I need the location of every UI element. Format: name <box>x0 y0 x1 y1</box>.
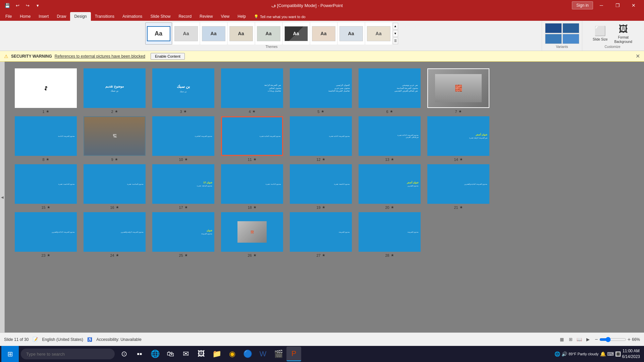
enable-content-button[interactable]: Enable Content <box>151 53 185 60</box>
slide-item-25[interactable]: عنوان محتوى الشريحة ★ 25 <box>152 212 214 257</box>
tab-review[interactable]: Review <box>196 12 217 21</box>
tray-network[interactable]: 🌐 <box>554 351 560 357</box>
slide-item-10[interactable]: محتوى الشريحة العاشرة ★ 10 <box>152 116 214 162</box>
taskbar-cortana[interactable]: ⊙ <box>117 347 131 361</box>
taskbar-mail[interactable]: ✉ <box>178 347 193 361</box>
taskbar-edge[interactable]: 🌐 <box>148 347 162 361</box>
normal-view-button[interactable]: ▦ <box>558 336 566 344</box>
slide-item-2[interactable]: موضوع تقديم بن سبك ★ 2 <box>84 68 146 114</box>
tray-notifications[interactable]: 🔔 <box>600 351 606 357</box>
theme-6[interactable]: Aa <box>283 22 310 45</box>
themes-scroll-more[interactable]: ☰ <box>393 38 398 44</box>
slide-item-17[interactable]: عنوان 17 محتوى السابعة عشرة ★ 17 <box>152 164 214 209</box>
slide-item-12[interactable]: محتوى الشريحة الثانية عشرة ★ 12 <box>290 116 352 162</box>
slide-item-18[interactable]: محتوى الثامنة عشرة ★ 18 <box>221 164 283 209</box>
dropdown-button[interactable]: ▾ <box>33 1 42 10</box>
format-background-button[interactable]: 🖼 FormatBackground <box>614 23 632 44</box>
slide-thumb-18: محتوى الثامنة عشرة <box>221 164 283 204</box>
sign-in-button[interactable]: Sign in <box>572 1 593 9</box>
taskbar-explorer[interactable]: 📁 <box>209 347 224 361</box>
theme-4[interactable]: Aa <box>228 22 255 45</box>
slide-item-8[interactable]: محتوى الشريحة الثامنة ★ 8 <box>15 116 77 162</box>
slide-item-26[interactable]: 🧱 ★ 26 <box>221 212 283 257</box>
tab-help[interactable]: Help <box>233 12 250 21</box>
reading-view-button[interactable]: 📖 <box>575 336 583 344</box>
taskbar-photos[interactable]: 🖼 <box>194 347 209 361</box>
redo-button[interactable]: ↪ <box>23 1 32 10</box>
taskbar-icon-extra1[interactable]: 🔵 <box>240 347 255 361</box>
slide-item-16[interactable]: محتوى السادسة عشرة ★ 16 <box>84 164 146 209</box>
taskbar-chrome[interactable]: ◉ <box>225 347 239 361</box>
slide-sorter-button[interactable]: ⊞ <box>567 336 575 344</box>
tab-slideshow[interactable]: Slide Show <box>146 12 174 21</box>
theme-9[interactable]: Aa <box>365 22 392 45</box>
save-button[interactable]: 💾 <box>3 1 12 10</box>
slide-item-6[interactable]: نص عربي توضيحيمحتوى الشريحة السادسةنص إض… <box>359 68 421 114</box>
slide-item-19[interactable]: محتوى التاسعة عشرة ★ 19 <box>290 164 352 209</box>
tab-home[interactable]: Home <box>16 12 35 21</box>
taskbar-task-view[interactable]: ▪▪ <box>132 347 147 361</box>
slide-item-14[interactable]: عنوان أصفر نص الشريحة الرابعة عشرة ★ 14 <box>427 116 489 162</box>
variant-2[interactable] <box>562 23 579 33</box>
theme-office[interactable]: Aa <box>145 22 172 45</box>
restore-button[interactable]: ❐ <box>610 0 625 11</box>
tab-insert[interactable]: Insert <box>35 12 53 21</box>
tab-design[interactable]: Design <box>70 12 91 21</box>
slide-item-21[interactable]: محتوى الشريحة الحادية والعشرين ★ 21 <box>427 164 489 209</box>
themes-scroll-down[interactable]: ▼ <box>393 30 398 37</box>
variant-4[interactable] <box>562 34 579 44</box>
taskbar-media[interactable]: 🎬 <box>271 347 286 361</box>
taskbar-store[interactable]: 🛍 <box>163 347 178 361</box>
tab-view[interactable]: View <box>217 12 233 21</box>
slide-item-9[interactable]: 🏗 ★ 9 <box>84 116 146 162</box>
taskbar-powerpoint[interactable]: P <box>286 347 301 361</box>
variant-3[interactable] <box>545 34 562 44</box>
status-right: ▦ ⊞ 📖 ▶ − + 66% <box>558 336 640 344</box>
theme-3[interactable]: Aa <box>200 22 227 45</box>
tray-keyboard[interactable]: ⌨ <box>607 351 614 357</box>
slide-thumb-15: محتوى الخامسة عشرة <box>15 164 77 204</box>
theme-8[interactable]: Aa <box>338 22 365 45</box>
slide-item-27[interactable]: محتوى الشريحة ★ 27 <box>290 212 352 257</box>
theme-5[interactable]: Aa <box>255 22 282 45</box>
slide-item-24[interactable]: محتوى الشريحة الرابعة والعشرين ★ 24 <box>84 212 146 257</box>
tab-file[interactable]: File <box>1 12 16 21</box>
slide-item-20[interactable]: عنوان أصفر محتوى العشرين ★ 20 <box>359 164 421 209</box>
tab-animations[interactable]: Animations <box>118 12 146 21</box>
zoom-slider[interactable] <box>599 337 626 342</box>
taskbar-search[interactable] <box>21 349 115 359</box>
tab-draw[interactable]: Draw <box>53 12 70 21</box>
minimize-button[interactable]: ─ <box>594 0 609 11</box>
slide-item-4[interactable]: نص الشريحة الرابعةمحتوى إضافيتفاصيل وبيا… <box>221 68 283 114</box>
slide-item-11[interactable]: محتوى الشريحة الحادية عشرة ★ 11 <box>221 116 283 162</box>
zoom-out-button[interactable]: − <box>595 337 598 343</box>
slide-item-23[interactable]: محتوى الشريحة الثالثة والعشرين ★ 23 <box>15 212 77 257</box>
slide-item-15[interactable]: محتوى الخامسة عشرة ★ 15 <box>15 164 77 209</box>
slide-item-5[interactable]: العنوان الرئيسيمحتوى نصي عربيتفاصيل الشر… <box>290 68 352 114</box>
variant-1[interactable] <box>545 23 562 33</box>
undo-button[interactable]: ↩ <box>13 1 22 10</box>
security-message[interactable]: References to external pictures have bee… <box>55 54 145 59</box>
themes-scroll-up[interactable]: ▲ <box>393 23 398 29</box>
tab-tell-me[interactable]: 💡Tell me what you want to do <box>250 12 310 21</box>
tab-record[interactable]: Record <box>174 12 196 21</box>
slide-item-3[interactable]: بن سبك بن سبك ★ 3 <box>152 68 214 114</box>
tab-transitions[interactable]: Transitions <box>91 12 118 21</box>
taskbar-word[interactable]: W <box>256 347 270 361</box>
zoom-in-button[interactable]: + <box>628 337 631 343</box>
theme-7[interactable]: Aa <box>310 22 337 45</box>
start-button[interactable]: ⊞ <box>1 346 19 362</box>
slide-item-7[interactable]: 🧱 ★ 7 <box>427 68 489 114</box>
slideshow-view-button[interactable]: ▶ <box>584 336 592 344</box>
slide-item-13[interactable]: محتوى الشريحة الثالثة عشرةنص إضافي للعرض… <box>359 116 421 162</box>
theme-2[interactable]: Aa <box>173 22 200 45</box>
slide-item-28[interactable]: محتوى الشريحة ★ 28 <box>359 212 421 257</box>
tray-volume[interactable]: 🔊 <box>561 351 567 357</box>
tray-clock[interactable]: 11:00 AM 6/14/2023 <box>622 348 640 360</box>
left-panel-handle[interactable]: ◀ <box>0 62 5 333</box>
security-close-button[interactable]: ✕ <box>636 53 640 59</box>
slide-item-1[interactable]: 𐰀 ★ 1 <box>15 68 77 114</box>
tray-action-center[interactable]: 🔳 <box>615 351 621 357</box>
close-button[interactable]: ✕ <box>626 0 641 11</box>
slide-size-button[interactable]: ⬜ Slide Size <box>593 25 607 42</box>
